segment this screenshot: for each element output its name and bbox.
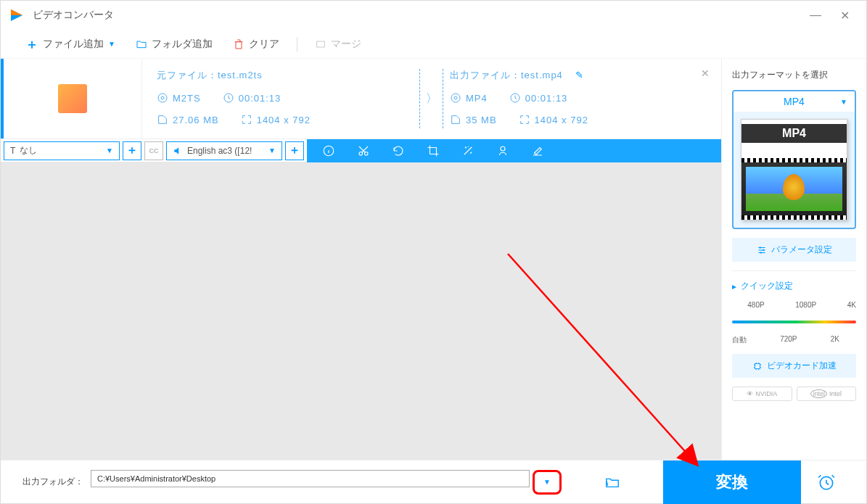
bottom-bar: 出力フォルダ： ▼ 変換 [1, 460, 866, 503]
video-thumbnail[interactable] [1, 59, 142, 139]
main-toolbar: ＋ ファイル追加 ▼ フォルダ追加 クリア マージ [1, 30, 866, 59]
audio-value: English ac3 ([12! [187, 146, 252, 156]
rotate-tool[interactable] [391, 144, 406, 158]
res-4k-label: 4K [847, 301, 856, 309]
svg-point-5 [454, 96, 457, 99]
parameter-settings-button[interactable]: パラメータ設定 [732, 238, 856, 262]
watermark-tool[interactable] [496, 144, 510, 158]
format-icon [157, 92, 168, 104]
audio-track-select[interactable]: English ac3 ([12! ▼ [166, 141, 282, 160]
output-format: MP4 [450, 92, 488, 104]
convert-button[interactable]: 変換 [663, 460, 801, 504]
dropdown-caret-icon: ▼ [106, 146, 113, 154]
gpu-accel-button[interactable]: ビデオカード加速 [732, 354, 856, 378]
source-file-column: 元ファイル：test.m2ts M2TS 00:01:13 [157, 69, 414, 128]
format-panel-title: 出力フォーマットを選択 [732, 69, 856, 81]
merge-label: マージ [331, 38, 361, 51]
file-action-bar: T なし ▼ ＋ CC English ac3 ([12! ▼ ＋ [1, 139, 721, 162]
subtitle-edit-tool[interactable] [530, 144, 545, 158]
effects-tool[interactable] [461, 144, 475, 158]
plus-icon: ＋ [25, 36, 38, 53]
format-selector[interactable]: MP4 ▼ MP4 [732, 90, 856, 229]
resolution-slider[interactable]: 480P 1080P 4K 自動 720P 2K [732, 301, 856, 345]
crop-tool[interactable] [426, 144, 440, 158]
chip-icon [752, 361, 763, 371]
format-icon [450, 92, 461, 104]
schedule-button[interactable] [808, 473, 845, 492]
source-size: 27.06 MB [157, 114, 219, 125]
res-auto-label: 自動 [732, 335, 747, 345]
nvidia-badge: 👁NVIDIA [732, 387, 792, 401]
source-resolution: 1404 x 792 [241, 114, 311, 125]
output-format-panel: 出力フォーマットを選択 MP4 ▼ MP4 パラメータ設定 ▸クイック設定 [721, 59, 866, 460]
output-path-input[interactable] [91, 470, 530, 487]
res-720-label: 720P [780, 335, 797, 345]
file-icon [450, 114, 461, 125]
svg-point-11 [759, 247, 760, 248]
svg-point-10 [501, 146, 505, 151]
trash-icon [233, 38, 245, 50]
merge-button[interactable]: マージ [305, 30, 371, 59]
remove-file-button[interactable]: ✕ [701, 67, 710, 79]
edit-toolbar [307, 139, 721, 162]
output-duration: 00:01:13 [509, 92, 568, 104]
cut-tool[interactable] [356, 144, 371, 158]
quick-settings-label: ▸クイック設定 [732, 280, 856, 292]
output-resolution: 1404 x 792 [519, 114, 588, 125]
gpu-badges: 👁NVIDIA intelIntel [732, 387, 856, 401]
edit-output-name-button[interactable]: ✎ [575, 70, 584, 80]
title-bar: ビデオコンバータ — ✕ [1, 1, 866, 30]
add-file-label: ファイル追加 [43, 38, 104, 51]
svg-rect-14 [755, 363, 760, 368]
alarm-clock-icon [817, 473, 836, 492]
subtitle-value: なし [20, 144, 37, 157]
output-folder-label: 出力フォルダ： [22, 476, 83, 488]
app-title: ビデオコンバータ [33, 9, 114, 22]
dropdown-caret-icon: ▼ [268, 146, 276, 154]
res-1080-label: 1080P [795, 301, 816, 309]
add-folder-label: フォルダ追加 [152, 38, 213, 51]
file-icon [157, 114, 168, 125]
output-file-label: 出力ファイル：test.mp4 ✎ [450, 69, 707, 82]
clock-icon [509, 92, 521, 104]
intel-badge: intelIntel [797, 387, 857, 401]
svg-point-4 [451, 94, 460, 102]
conversion-arrow-icon: 〉 [414, 69, 450, 128]
source-file-label: 元ファイル：test.m2ts [157, 69, 414, 82]
content-area: 元ファイル：test.m2ts M2TS 00:01:13 [1, 59, 721, 460]
info-tool[interactable] [321, 144, 336, 158]
res-480-label: 480P [747, 301, 764, 309]
output-path-dropdown[interactable]: ▼ [533, 470, 562, 495]
add-subtitle-button[interactable]: ＋ [123, 141, 141, 160]
subtitle-select[interactable]: T なし ▼ [4, 141, 120, 160]
svg-point-13 [760, 252, 761, 253]
minimize-button[interactable]: — [801, 4, 830, 26]
audio-icon [173, 146, 183, 156]
clear-button[interactable]: クリア [223, 30, 289, 59]
browse-folder-button[interactable] [598, 474, 627, 490]
format-preview-image: MP4 [741, 119, 847, 220]
folder-open-icon [604, 474, 620, 490]
dropdown-caret-icon[interactable]: ▼ [108, 40, 115, 48]
add-folder-button[interactable]: フォルダ追加 [126, 30, 223, 59]
resolution-icon [519, 114, 530, 125]
toolbar-divider [297, 37, 297, 51]
text-icon: T [10, 146, 15, 156]
output-size: 35 MB [450, 114, 497, 125]
res-2k-label: 2K [831, 335, 839, 345]
cc-button[interactable]: CC [144, 141, 163, 160]
settings-icon [757, 245, 767, 255]
clear-label: クリア [249, 38, 279, 51]
format-dropdown[interactable]: MP4 ▼ [734, 91, 855, 112]
close-button[interactable]: ✕ [830, 4, 859, 26]
resolution-icon [241, 114, 252, 125]
add-audio-button[interactable]: ＋ [285, 141, 304, 160]
svg-point-1 [158, 94, 167, 102]
add-file-button[interactable]: ＋ ファイル追加 ▼ [15, 30, 126, 59]
output-file-column: 出力ファイル：test.mp4 ✎ MP4 00:01:13 [450, 69, 707, 128]
clock-icon [223, 92, 234, 104]
svg-point-12 [763, 249, 764, 250]
app-logo-icon [8, 7, 25, 24]
video-file-row[interactable]: 元ファイル：test.m2ts M2TS 00:01:13 [1, 59, 721, 139]
merge-icon [315, 38, 326, 50]
